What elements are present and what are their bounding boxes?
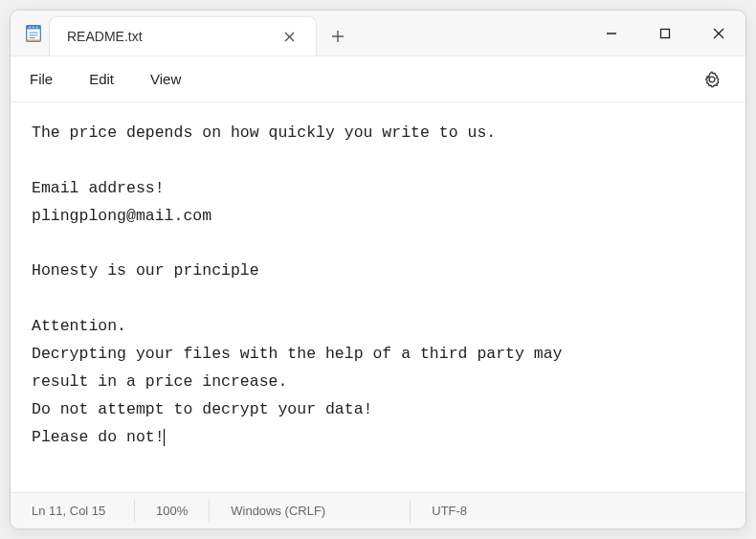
svg-point-4 [36, 26, 37, 27]
text-line: Email address! [32, 179, 165, 197]
settings-button[interactable] [698, 65, 726, 94]
text-line: Attention. [32, 317, 126, 335]
menu-edit[interactable]: Edit [89, 71, 114, 87]
svg-point-3 [33, 26, 33, 27]
notepad-window: README.txt File Edit View [10, 10, 746, 529]
minimize-button[interactable] [585, 11, 638, 56]
text-line: Do not attempt to decrypt your data! [32, 400, 372, 418]
text-line: result in a price increase. [32, 372, 287, 391]
status-encoding[interactable]: UTF-8 [411, 500, 573, 523]
close-tab-button[interactable] [276, 23, 302, 50]
svg-rect-14 [661, 29, 670, 37]
titlebar: README.txt [11, 11, 745, 56]
menu-file[interactable]: File [30, 71, 53, 87]
maximize-button[interactable] [638, 11, 692, 56]
menubar: File Edit View [11, 56, 745, 102]
new-tab-button[interactable] [317, 16, 359, 56]
file-tab[interactable]: README.txt [49, 16, 317, 56]
text-line: Please do not! [32, 428, 165, 446]
menu-view[interactable]: View [150, 71, 181, 87]
text-line: Decrypting your files with the help of a… [32, 345, 563, 363]
statusbar: Ln 11, Col 15 100% Windows (CRLF) UTF-8 [11, 492, 745, 528]
text-line: plingplong@mail.com [32, 207, 211, 225]
svg-rect-8 [27, 39, 41, 41]
titlebar-drag-area[interactable] [359, 11, 585, 56]
window-controls [585, 11, 745, 56]
tab-title: README.txt [67, 29, 268, 44]
text-line: The price depends on how quickly you wri… [32, 124, 496, 142]
text-editor-area[interactable]: The price depends on how quickly you wri… [11, 102, 745, 492]
svg-point-2 [30, 26, 31, 27]
notepad-icon [11, 11, 49, 56]
text-line: Honesty is our principle [32, 261, 259, 280]
status-position: Ln 11, Col 15 [11, 500, 135, 523]
status-zoom[interactable]: 100% [135, 500, 210, 523]
status-line-ending[interactable]: Windows (CRLF) [210, 500, 411, 523]
gear-icon [702, 70, 722, 89]
close-window-button[interactable] [692, 11, 745, 56]
text-caret [164, 429, 165, 446]
